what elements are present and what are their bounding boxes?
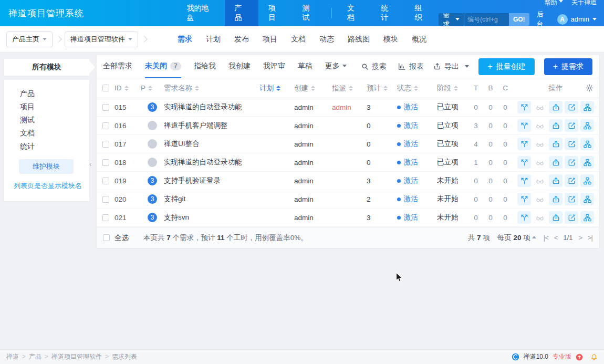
subdivide-sitemap-icon[interactable] [580, 174, 594, 187]
convert-to-task-icon[interactable] [549, 101, 563, 113]
tab-需求[interactable]: 需求 [178, 35, 192, 44]
story-title-link[interactable]: 支持git [164, 194, 185, 204]
help-menu[interactable]: 帮助 [545, 0, 563, 7]
module-item-统计[interactable]: 统计 [4, 140, 89, 153]
column-creator[interactable]: 创建 [294, 84, 332, 93]
change-story-icon[interactable] [517, 193, 531, 205]
edition-label[interactable]: 专业版 [553, 352, 571, 361]
module-item-文档[interactable]: 文档 [4, 127, 89, 140]
sidebar-collapse-handle[interactable]: ‹ [89, 160, 91, 168]
select-all-label[interactable]: 全选 [114, 233, 129, 243]
select-all-checkbox[interactable] [103, 234, 110, 241]
filter-tab-草稿[interactable]: 草稿 [298, 55, 313, 78]
review-glasses-icon[interactable] [533, 101, 547, 113]
subdivide-sitemap-icon[interactable] [580, 211, 594, 224]
tab-项目[interactable]: 项目 [263, 35, 277, 44]
story-title-link[interactable]: 支持手机验证登录 [164, 176, 221, 185]
user-menu[interactable]: A admin [557, 14, 597, 25]
row-checkbox[interactable] [102, 196, 109, 203]
export-dropdown[interactable]: 导出 [433, 62, 469, 71]
footer-link-禅道[interactable]: 禅道 [6, 353, 19, 360]
batch-create-button[interactable]: +批量创建 [478, 58, 534, 75]
footer-link-产品[interactable]: 产品 [29, 353, 41, 360]
convert-to-task-icon[interactable] [549, 174, 563, 187]
about-link[interactable]: 关于禅道 [571, 0, 597, 7]
notification-bell-icon[interactable] [590, 353, 598, 361]
edit-icon[interactable] [565, 174, 578, 187]
column-priority[interactable]: P [141, 84, 164, 92]
tab-文档[interactable]: 文档 [291, 35, 306, 44]
change-story-icon[interactable] [517, 174, 531, 187]
last-page-button[interactable]: >| [588, 234, 592, 242]
column-settings-gear-icon[interactable] [586, 84, 593, 92]
tab-模块[interactable]: 模块 [383, 35, 398, 44]
filter-tab-未关闭[interactable]: 未关闭7 [145, 55, 181, 78]
review-glasses-icon[interactable] [533, 119, 547, 132]
review-glasses-icon[interactable] [533, 174, 547, 187]
row-checkbox[interactable] [102, 122, 109, 129]
subdivide-sitemap-icon[interactable] [580, 156, 594, 169]
footer-link-需求列表[interactable]: 需求列表 [112, 353, 137, 360]
story-title-link[interactable]: 实现禅道的自动登录功能 [164, 158, 242, 167]
tab-动态[interactable]: 动态 [319, 35, 334, 44]
report-button[interactable]: 报表 [398, 62, 424, 71]
tab-计划[interactable]: 计划 [206, 35, 221, 44]
change-story-icon[interactable] [517, 211, 531, 224]
edit-icon[interactable] [565, 211, 578, 224]
nav-item-产品[interactable]: 产品 [225, 0, 259, 26]
select-all-checkbox[interactable] [102, 85, 109, 91]
change-story-icon[interactable] [517, 119, 531, 132]
review-glasses-icon[interactable] [533, 156, 547, 169]
filter-tab-指给我[interactable]: 指给我 [194, 55, 216, 78]
next-page-button[interactable]: > [578, 234, 582, 242]
subdivide-sitemap-icon[interactable] [580, 119, 594, 132]
search-type-dropdown[interactable]: 需求 [439, 13, 464, 26]
search-input[interactable] [464, 13, 509, 26]
tab-路线图[interactable]: 路线图 [348, 35, 370, 44]
module-item-产品[interactable]: 产品 [4, 87, 89, 100]
breadcrumb-item[interactable]: 产品主页 [6, 32, 53, 47]
column-title[interactable]: 需求名称 [164, 84, 259, 93]
edit-icon[interactable] [565, 119, 578, 132]
review-glasses-icon[interactable] [533, 193, 547, 205]
nav-item-项目[interactable]: 项目 [258, 0, 293, 26]
nav-item-统计[interactable]: 统计 [371, 0, 404, 26]
change-story-icon[interactable] [517, 101, 531, 113]
filter-tab-更多[interactable]: 更多 [325, 55, 347, 78]
filter-tab-全部需求[interactable]: 全部需求 [103, 55, 132, 78]
edit-icon[interactable] [565, 101, 578, 113]
nav-item-文档[interactable]: 文档 [337, 0, 371, 26]
column-status[interactable]: 状态 [397, 84, 437, 93]
column-estimate[interactable]: 预计 [367, 84, 397, 93]
create-story-button[interactable]: +提需求 [544, 58, 592, 75]
edit-icon[interactable] [565, 138, 578, 150]
module-item-项目[interactable]: 项目 [4, 100, 89, 113]
nav-item-我的地盘[interactable]: 我的地盘 [177, 0, 225, 26]
nav-item-测试[interactable]: 测试 [293, 0, 327, 26]
story-title-link[interactable]: 禅道UI整合 [164, 139, 200, 149]
tab-发布[interactable]: 发布 [234, 35, 249, 44]
row-checkbox[interactable] [102, 104, 109, 111]
prev-page-button[interactable]: < [554, 234, 558, 242]
tab-概况[interactable]: 概况 [412, 35, 426, 44]
row-checkbox[interactable] [102, 214, 109, 221]
row-checkbox[interactable] [102, 141, 109, 148]
column-stage[interactable]: 阶段 [437, 84, 468, 93]
subdivide-sitemap-icon[interactable] [580, 193, 594, 205]
story-title-link[interactable]: 支持svn [164, 213, 189, 222]
maintain-modules-button[interactable]: 维护模块 [19, 159, 74, 174]
filter-tab-我创建[interactable]: 我创建 [228, 55, 251, 78]
column-assignee[interactable]: 指派 [332, 84, 367, 93]
column-id[interactable]: ID [114, 84, 141, 92]
nav-item-组织[interactable]: 组织 [405, 0, 439, 26]
upgrade-icon[interactable] [576, 353, 583, 361]
convert-to-task-icon[interactable] [549, 138, 563, 150]
edit-icon[interactable] [565, 156, 578, 169]
convert-to-task-icon[interactable] [549, 193, 563, 205]
subdivide-sitemap-icon[interactable] [580, 101, 594, 113]
filter-tab-我评审[interactable]: 我评审 [263, 55, 285, 78]
row-checkbox[interactable] [102, 159, 109, 166]
per-page-dropdown[interactable]: 每页 20 项 [497, 233, 536, 243]
show-module-name-link[interactable]: 列表页是否显示模块名 [14, 181, 89, 191]
convert-to-task-icon[interactable] [549, 119, 563, 132]
